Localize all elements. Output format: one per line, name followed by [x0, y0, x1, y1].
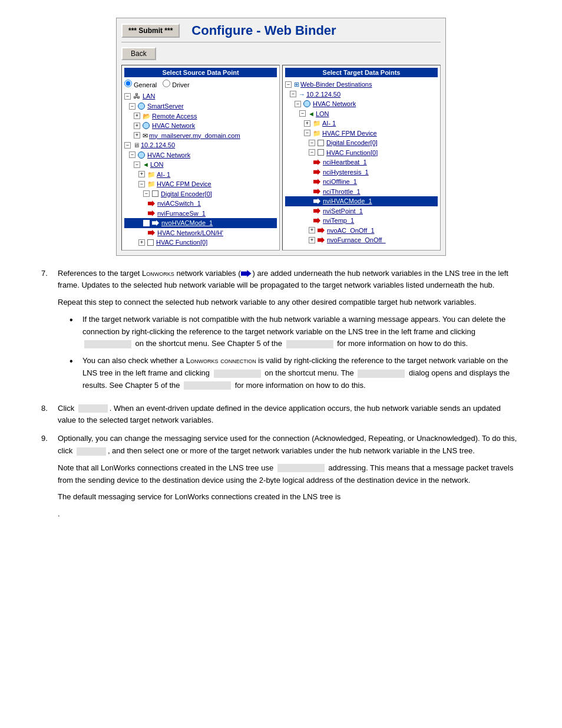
web-dest-label[interactable]: Web-Binder Destinations	[300, 80, 372, 90]
remote-access-label[interactable]: Remote Access	[152, 111, 197, 121]
tree-item-hvac-ref[interactable]: HVAC Network/LON/H'	[124, 228, 277, 238]
r-ip-label[interactable]: 10.2.124.50	[306, 90, 340, 100]
expand-lan[interactable]: −	[124, 93, 131, 100]
r-nvoAC-label[interactable]: nvoAC_OnOff_1	[327, 226, 375, 236]
tree-item-r-ip[interactable]: − → 10.2.124.50	[285, 90, 438, 100]
back-button[interactable]: Back	[121, 47, 156, 60]
r-hvac-func-label[interactable]: HVAC Function[0]	[326, 148, 378, 158]
expand-r-func[interactable]: −	[309, 149, 315, 156]
tree-item-r-nvoAC[interactable]: + nvoAC_OnOff_1	[285, 226, 438, 236]
r-ai1-label[interactable]: AI- 1	[322, 118, 336, 129]
hvac-ref-label[interactable]: HVAC Network/LON/H'	[157, 228, 223, 238]
mail-icon: ✉	[143, 131, 148, 141]
mailserver-label[interactable]: my_mailserver.my_domain.com	[149, 131, 240, 141]
tree-item-hvac-func0[interactable]: + HVAC Function[0]	[124, 238, 277, 248]
r-dig-enc-label[interactable]: Digital Encoder[0]	[326, 138, 378, 148]
step-8-text1: Click . When an event-driven update defi…	[58, 404, 501, 425]
expand-hvac2[interactable]: −	[129, 151, 135, 158]
r-hvac-fpm-label[interactable]: HVAC FPM Device	[322, 129, 377, 139]
expand-fpm[interactable]: −	[138, 181, 145, 187]
ip-label[interactable]: 10.2.124.50	[141, 140, 175, 150]
expand-smartserver[interactable]: −	[129, 103, 135, 110]
tree-item-r-ai1[interactable]: + 📁 AI- 1	[285, 118, 438, 129]
expand-r-nvoFurnace[interactable]: +	[309, 237, 315, 243]
expand-web[interactable]: −	[285, 81, 292, 88]
tree-item-r-nviSetPoint[interactable]: nviSetPoint_1	[285, 206, 438, 216]
r-nviTemp-label[interactable]: nviTemp_1	[323, 216, 354, 226]
tree-item-remote-access[interactable]: + 📂 Remote Access	[124, 111, 277, 121]
r-nciHysteresis-label[interactable]: nciHysteresis_1	[323, 167, 369, 177]
r-nciHeartbeat-label[interactable]: nciHeartbeat_1	[323, 157, 367, 167]
driver-radio[interactable]	[163, 80, 170, 87]
r-nciThrottle-label[interactable]: nciThrottle_1	[323, 187, 361, 197]
expand-r-ip[interactable]: −	[290, 91, 296, 97]
tree-item-digital-enc[interactable]: − Digital Encoder[0]	[124, 189, 277, 199]
expand-remote[interactable]: +	[134, 113, 140, 119]
bullet-item-7-2: • You can also check whether a Lonworks …	[70, 355, 521, 391]
checkbox-icon-func	[147, 239, 154, 246]
tree-item-r-lon[interactable]: − ◄ LON	[285, 109, 438, 119]
tree-item-ip[interactable]: − 🖥 10.2.124.50	[124, 140, 277, 150]
tree-item-lan[interactable]: − 🖧 LAN	[124, 91, 277, 101]
tree-item-r-nviTemp[interactable]: nviTemp_1	[285, 216, 438, 226]
hvac-net2-label[interactable]: HVAC Network	[147, 150, 190, 160]
tree-item-nviACSwitch[interactable]: nviACSwitch_1	[124, 199, 277, 209]
r-nciOffline-label[interactable]: nciOffline_1	[323, 177, 357, 187]
smartserver-label[interactable]: SmartServer	[147, 101, 184, 111]
tree-item-r-nvoHVACMode[interactable]: nviHVACMode_1	[285, 196, 438, 206]
tree-item-nviFurnace[interactable]: nviFurnaceSw_1	[124, 209, 277, 219]
driver-radio-label[interactable]: Driver	[163, 80, 189, 88]
digital-enc-label[interactable]: Digital Encoder[0]	[161, 189, 212, 199]
lon-label[interactable]: LON	[150, 160, 164, 170]
expand-func0[interactable]: +	[138, 239, 145, 246]
expand-lon[interactable]: −	[134, 162, 140, 168]
submit-button[interactable]: *** Submit ***	[121, 24, 180, 38]
r-nviSetPoint-label[interactable]: nviSetPoint_1	[323, 206, 363, 216]
tree-item-r-nciThrottle[interactable]: nciThrottle_1	[285, 187, 438, 197]
expand-r-dig[interactable]: −	[309, 140, 315, 146]
tree-item-smartserver[interactable]: − SmartServer	[124, 101, 277, 111]
tree-item-r-hvac[interactable]: − HVAC Network	[285, 99, 438, 109]
tree-item-hvac-network[interactable]: + HVAC Network	[124, 121, 277, 131]
expand-r-ai1[interactable]: +	[304, 120, 310, 127]
expand-r-lon[interactable]: −	[299, 110, 306, 117]
r-nvoHVACMode-label[interactable]: nviHVACMode_1	[323, 196, 372, 206]
expand-r-fpm[interactable]: −	[304, 130, 310, 136]
tree-item-r-dig-enc[interactable]: − Digital Encoder[0]	[285, 138, 438, 148]
tree-item-nvoHVACMode[interactable]: − nvoHVACMode_1	[124, 218, 277, 228]
tree-item-r-nvoFurnace[interactable]: + nvoFurnace_OnOff_	[285, 235, 438, 245]
expand-hvac[interactable]: +	[134, 123, 140, 129]
nviACSwitch-label[interactable]: nviACSwitch_1	[157, 199, 201, 209]
tree-item-r-nciHeartbeat[interactable]: nciHeartbeat_1	[285, 157, 438, 167]
tree-item-web-dest[interactable]: − ⊞ Web-Binder Destinations	[285, 80, 438, 90]
nvoHVACMode-label[interactable]: nvoHVACMode_1	[161, 218, 213, 228]
general-radio-label[interactable]: General	[124, 80, 157, 88]
tree-item-r-nciHysteresis[interactable]: nciHysteresis_1	[285, 167, 438, 177]
hvac-func0-label[interactable]: HVAC Function[0]	[156, 238, 207, 248]
hvac-fpm-label[interactable]: HVAC FPM Device	[157, 179, 211, 189]
step-7-num: 7.	[41, 268, 53, 397]
tree-item-mailserver[interactable]: + ✉ my_mailserver.my_domain.com	[124, 131, 277, 141]
expand-mail[interactable]: +	[134, 132, 140, 139]
r-lon-label[interactable]: LON	[316, 109, 329, 119]
tree-item-r-nciOffline[interactable]: nciOffline_1	[285, 177, 438, 187]
expand-r-nvoAC[interactable]: +	[309, 227, 315, 233]
tree-item-r-hvac-fpm[interactable]: − 📁 HVAC FPM Device	[285, 129, 438, 139]
tree-item-hvac-fpm[interactable]: − 📁 HVAC FPM Device	[124, 179, 277, 189]
r-nvoFurnace-label[interactable]: nvoFurnace_OnOff_	[327, 235, 385, 245]
ai1-label[interactable]: AI- 1	[157, 170, 170, 180]
tree-item-lon[interactable]: − ◄ LON	[124, 160, 277, 170]
tree-item-r-hvac-func[interactable]: − HVAC Function[0]	[285, 148, 438, 158]
expand-dig[interactable]: −	[143, 190, 150, 197]
tree-item-hvac-net2[interactable]: − HVAC Network	[124, 150, 277, 160]
tree-item-ai1[interactable]: + 📁 AI- 1	[124, 170, 277, 180]
expand-ip[interactable]: −	[124, 142, 131, 149]
expand-r-hvac[interactable]: −	[295, 101, 301, 107]
lan-label[interactable]: LAN	[143, 91, 155, 101]
nviFurnaceSw-label[interactable]: nviFurnaceSw_1	[157, 209, 206, 219]
hvac-network-label[interactable]: HVAC Network	[152, 121, 195, 131]
expand-ai1[interactable]: +	[138, 171, 145, 177]
expand-nvo[interactable]: −	[143, 220, 150, 226]
general-radio[interactable]	[124, 80, 132, 87]
r-hvac-label[interactable]: HVAC Network	[313, 99, 356, 109]
